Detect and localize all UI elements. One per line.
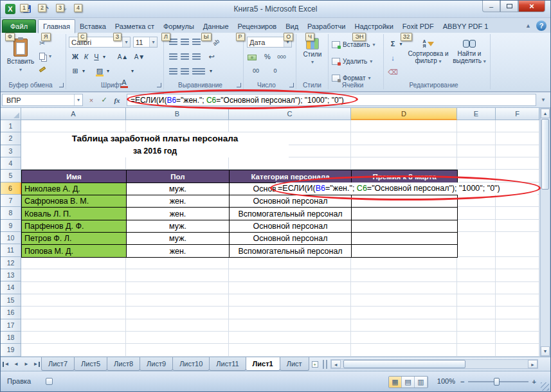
align-top-icon[interactable] [169, 39, 177, 45]
decrease-indent-icon[interactable] [169, 68, 177, 75]
cell-a6[interactable]: Николаев А. Д. [22, 183, 127, 195]
close-button[interactable]: × [518, 1, 545, 12]
cell-b6[interactable]: муж. [127, 183, 230, 195]
accounting-format-button[interactable]: ¤ [248, 51, 257, 63]
column-header[interactable]: E [457, 108, 496, 120]
fill-button[interactable]: ↓ [388, 52, 398, 64]
ribbon-tab[interactable]: ДанныеЫ [199, 20, 233, 33]
column-header[interactable]: B [126, 108, 229, 120]
insert-worksheet-button[interactable]: + [309, 357, 321, 371]
ribbon-tab[interactable]: РецензировР [233, 20, 282, 33]
percent-button[interactable]: % [263, 51, 272, 62]
borders-button[interactable]: ⊞ [70, 65, 80, 76]
italic-button[interactable]: К [82, 51, 91, 62]
font-color-dropdown[interactable]: ▾ [129, 65, 136, 76]
merge-center-icon[interactable] [192, 68, 205, 75]
sheet-tab[interactable]: Лист11 [209, 357, 246, 371]
scroll-left-icon[interactable]: ◄ [331, 360, 341, 368]
clear-button[interactable]: ⌫ [388, 66, 398, 78]
minimize-button[interactable]: – [482, 1, 500, 12]
row-header[interactable]: 10 [1, 232, 21, 244]
delete-cells-button[interactable]: Удалить▾ [332, 56, 372, 66]
ribbon-tab[interactable]: ГлавнаяЯ [38, 19, 75, 33]
row-header[interactable]: 8 [1, 207, 21, 219]
align-bottom-icon[interactable] [192, 39, 201, 45]
underline-dropdown[interactable]: ▾ [101, 51, 107, 62]
maximize-button[interactable] [500, 1, 518, 12]
cell-c10[interactable]: Основной персонал [230, 233, 352, 245]
sheet-title[interactable]: Таблица заработной платы персонала [21, 132, 289, 145]
merge-dropdown[interactable]: ▾ [208, 65, 214, 76]
row-header[interactable]: 3 [1, 145, 21, 157]
column-header[interactable]: C [229, 108, 351, 120]
shrink-font-button[interactable]: А▼ [132, 51, 147, 62]
expand-formula-bar-icon[interactable]: ▼ [538, 96, 548, 105]
normal-view-button[interactable]: ▦ [389, 377, 402, 388]
sheet-tab[interactable]: Лист1 [246, 357, 280, 371]
row-header[interactable]: 18 [1, 332, 21, 344]
row-header[interactable]: 19 [1, 344, 21, 356]
increase-indent-icon[interactable] [181, 68, 189, 75]
row-header[interactable]: 1 [1, 120, 21, 132]
prev-sheet-button[interactable]: ◄ [11, 357, 21, 371]
cell-c9[interactable]: Основной персонал [230, 220, 352, 233]
sheet-tab[interactable]: Лист9 [140, 357, 173, 371]
cell-d7[interactable] [352, 195, 458, 208]
formula-input[interactable]: =ЕСЛИ(И(B6="жен."; C6="Основной персонал… [127, 94, 536, 106]
row-header[interactable]: 6 [1, 183, 21, 195]
last-sheet-button[interactable]: ► [32, 357, 42, 371]
header-cell-category[interactable]: Категория персонала [230, 170, 352, 183]
dialog-launcher-icon[interactable] [157, 83, 161, 87]
row-header[interactable]: 7 [1, 195, 21, 207]
page-break-view-button[interactable]: ▥ [415, 377, 428, 388]
in-cell-formula-editor[interactable]: =ЕСЛИ(И(B6="жен."; C6="Основной персонал… [276, 183, 537, 195]
find-select-button[interactable]: Найти и выделить ▾ [451, 37, 488, 80]
header-cell-gender[interactable]: Пол [127, 170, 230, 183]
cancel-entry-button[interactable]: × [85, 94, 98, 106]
grow-font-button[interactable]: А▲ [115, 51, 131, 62]
bold-button[interactable]: Ж [70, 51, 80, 62]
row-header[interactable]: 2 [1, 132, 21, 145]
autosum-button[interactable]: Σ [388, 38, 398, 49]
cell-d9[interactable] [352, 220, 458, 233]
zoom-slider[interactable]: − + [460, 377, 536, 386]
sheet-subtitle[interactable]: за 2016 год [21, 145, 289, 157]
cell-c8[interactable]: Вспомогательный персонал [230, 208, 352, 220]
cell-b9[interactable]: муж. [127, 220, 230, 233]
row-header[interactable]: 11 [1, 244, 21, 256]
sheet-tab[interactable]: Лист10 [172, 357, 210, 371]
align-center-icon[interactable] [181, 53, 189, 60]
decrease-decimal-button[interactable]: 0 [268, 65, 282, 76]
sort-filter-button[interactable]: АЯ Сортировка и фильтр ▾ [407, 37, 449, 80]
name-box[interactable]: ВПР▾ [2, 94, 83, 106]
cell-a9[interactable]: Парфенов Д. Ф. [22, 220, 127, 233]
cell-b10[interactable]: муж. [127, 233, 230, 245]
column-header[interactable]: F [496, 108, 539, 120]
row-header[interactable]: 16 [1, 307, 21, 319]
sheet-tab[interactable]: Лист5 [74, 357, 107, 371]
scroll-right-icon[interactable]: ► [528, 360, 537, 368]
horizontal-scrollbar[interactable]: ◄ ► [330, 359, 538, 369]
copy-button[interactable]: ▾ [39, 51, 51, 61]
row-header[interactable]: 12 [1, 257, 21, 269]
column-header[interactable]: D [351, 108, 457, 120]
help-icon[interactable]: ? [536, 21, 546, 31]
sheet-tab[interactable]: Лист7 [41, 357, 75, 371]
dialog-launcher-icon[interactable] [59, 83, 64, 87]
cell-d10[interactable] [352, 233, 458, 245]
resize-grip[interactable] [541, 382, 549, 391]
cell-b8[interactable]: жен. [127, 208, 230, 220]
row-header[interactable]: 13 [1, 269, 21, 281]
increase-decimal-button[interactable]: 00 [249, 65, 263, 76]
cell-c7[interactable]: Основной персонал [230, 195, 352, 208]
cell-a10[interactable]: Петров Ф. Л. [22, 233, 127, 245]
minimize-ribbon-icon[interactable]: ▲ [525, 22, 531, 29]
cell-a8[interactable]: Коваль Л. П. [22, 208, 127, 220]
cell-b11[interactable]: жен. [127, 245, 230, 257]
macro-record-icon[interactable] [46, 378, 53, 385]
cell-a7[interactable]: Сафронова В. М. [22, 195, 127, 208]
cell-d11[interactable] [352, 245, 458, 257]
cell-d8[interactable] [352, 208, 458, 220]
cell-c11[interactable]: Вспомогательный персонал [230, 245, 352, 257]
zoom-thumb[interactable] [494, 378, 500, 386]
